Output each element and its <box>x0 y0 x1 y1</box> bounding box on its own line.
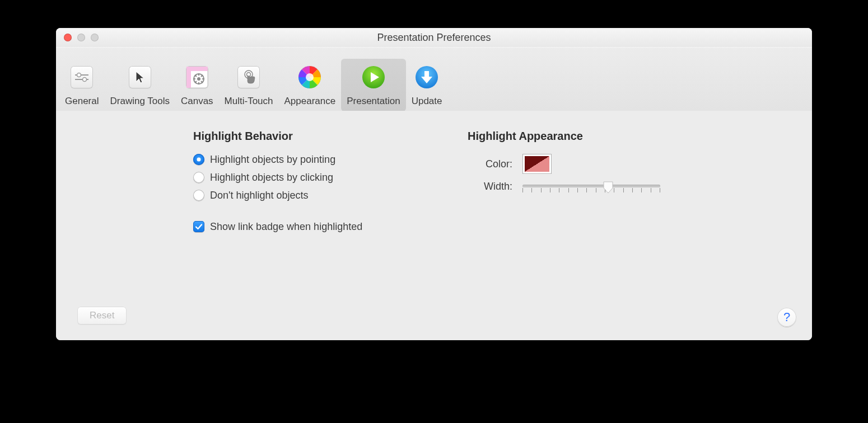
section-title-behavior: Highlight Behavior <box>193 130 468 143</box>
reset-button[interactable]: Reset <box>77 307 127 325</box>
download-icon <box>412 62 442 92</box>
color-row: Color: <box>468 154 703 174</box>
titlebar: Presentation Preferences <box>56 28 812 48</box>
toolbar-item-update[interactable]: Update <box>406 59 448 111</box>
radio-icon <box>193 172 204 183</box>
help-label: ? <box>783 310 790 325</box>
radio-label: Highlight objects by clicking <box>210 170 333 185</box>
help-button[interactable]: ? <box>777 308 796 327</box>
preferences-window: Presentation Preferences General <box>56 28 812 340</box>
radio-label: Highlight objects by pointing <box>210 152 335 167</box>
content-pane: Highlight Behavior Highlight objects by … <box>56 111 812 340</box>
color-swatch-icon <box>525 156 549 172</box>
toolbar-item-drawing-tools[interactable]: Drawing Tools <box>104 59 175 111</box>
toolbar-item-general[interactable]: General <box>59 59 104 111</box>
width-slider[interactable] <box>522 181 660 192</box>
checkbox-show-link-badge[interactable]: Show link badge when highlighted <box>193 219 468 234</box>
radio-highlight-pointing[interactable]: Highlight objects by pointing <box>193 152 468 167</box>
section-title-appearance: Highlight Appearance <box>468 130 703 143</box>
radio-highlight-none[interactable]: Don't highlight objects <box>193 187 468 203</box>
color-label: Color: <box>468 158 512 170</box>
toolbar: General Drawing Tools <box>56 48 812 112</box>
radio-highlight-clicking[interactable]: Highlight objects by clicking <box>193 170 468 185</box>
sliders-icon <box>67 62 97 92</box>
toolbar-label: Update <box>412 96 442 107</box>
toolbar-item-appearance[interactable]: Appearance <box>279 59 342 111</box>
svg-point-3 <box>83 78 87 82</box>
toolbar-label: General <box>65 96 99 107</box>
color-wheel-icon <box>295 62 325 92</box>
width-label: Width: <box>468 181 512 192</box>
toolbar-label: Drawing Tools <box>110 96 169 107</box>
toolbar-item-canvas[interactable]: Canvas <box>175 59 219 111</box>
svg-point-12 <box>306 73 314 81</box>
toolbar-label: Appearance <box>284 96 336 107</box>
zoom-window-button[interactable] <box>91 34 99 41</box>
toolbar-label: Multi-Touch <box>225 96 273 107</box>
svg-point-1 <box>77 73 81 77</box>
checkbox-label: Show link badge when highlighted <box>210 219 362 234</box>
close-window-button[interactable] <box>64 34 72 41</box>
canvas-icon <box>182 62 212 92</box>
minimize-window-button[interactable] <box>77 34 85 41</box>
svg-rect-6 <box>186 67 191 88</box>
toolbar-item-multi-touch[interactable]: Multi-Touch <box>219 59 279 111</box>
touch-icon <box>234 62 264 92</box>
play-icon <box>358 62 389 92</box>
toolbar-label: Canvas <box>181 96 213 107</box>
reset-label: Reset <box>90 310 114 321</box>
highlight-appearance-section: Highlight Appearance Color: Width: <box>468 130 703 236</box>
checkbox-icon <box>193 221 204 232</box>
window-title: Presentation Preferences <box>56 28 812 47</box>
width-row: Width: <box>468 181 703 192</box>
window-controls <box>64 34 99 41</box>
slider-track <box>522 185 660 187</box>
radio-label: Don't highlight objects <box>210 187 309 203</box>
cursor-icon <box>125 62 155 92</box>
toolbar-item-presentation[interactable]: Presentation <box>341 59 405 111</box>
svg-point-8 <box>197 77 200 81</box>
slider-ticks <box>522 188 660 192</box>
svg-point-10 <box>247 73 251 77</box>
toolbar-label: Presentation <box>347 96 400 107</box>
color-well[interactable] <box>522 154 552 174</box>
highlight-behavior-section: Highlight Behavior Highlight objects by … <box>193 130 468 236</box>
radio-icon <box>193 154 204 165</box>
radio-icon <box>193 190 204 201</box>
